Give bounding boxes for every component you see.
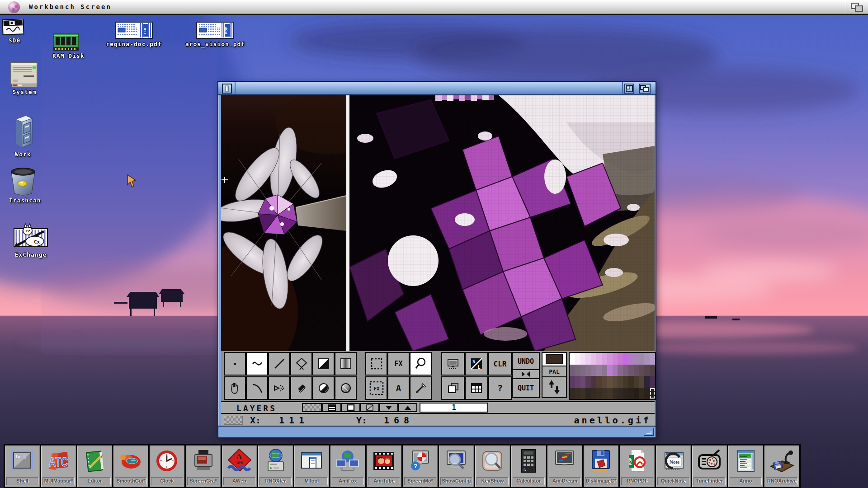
layer-down-button[interactable] <box>379 403 398 412</box>
arc-tool-button[interactable] <box>246 376 268 400</box>
gradient-fill-button[interactable] <box>335 352 357 375</box>
desktop-icon-trashcan[interactable]: Trashcan <box>9 167 37 204</box>
palette-swatch[interactable] <box>618 353 623 365</box>
palette-swatch[interactable] <box>639 376 645 388</box>
palette-swatch[interactable] <box>623 365 628 376</box>
canvas-magnified-view[interactable] <box>349 95 655 351</box>
layer-number-field[interactable]: 1 <box>420 403 488 413</box>
palette-swatch[interactable] <box>580 365 586 376</box>
layer-list-button[interactable] <box>322 403 341 412</box>
dock-item-shell[interactable]: 1>Shell <box>5 446 40 487</box>
palette-swatch[interactable] <box>634 365 639 376</box>
dock-item-rnoarchive[interactable]: RNOArchive <box>764 446 799 487</box>
window-close-gadget[interactable] <box>222 84 232 94</box>
palette-swatch[interactable] <box>628 376 634 388</box>
palette-swatch[interactable] <box>607 388 613 399</box>
layer-up-button[interactable] <box>398 403 417 412</box>
palette-swatch[interactable] <box>650 376 655 388</box>
magnify-tool-button[interactable] <box>410 352 432 375</box>
screen-format-button[interactable] <box>441 352 465 375</box>
fx-button[interactable]: FX <box>387 352 410 375</box>
palette-swatch[interactable] <box>591 376 596 388</box>
palette-swatch[interactable] <box>607 376 613 388</box>
desktop-icon-regina-doc-pdf[interactable]: PDF regina-doc.pdf <box>96 21 172 47</box>
palette-swatch[interactable] <box>628 388 634 399</box>
window-depth-gadget[interactable] <box>639 84 651 94</box>
palette-swatch[interactable] <box>613 376 618 388</box>
palette-swatch[interactable] <box>580 388 586 399</box>
dock-item-keyshow[interactable]: KeyShow <box>475 446 510 487</box>
copy-page-button[interactable] <box>441 376 465 400</box>
palette-swatch[interactable] <box>628 353 634 365</box>
palette-swatch[interactable] <box>591 365 596 376</box>
palette-swatch[interactable] <box>580 353 586 365</box>
palette-swatch[interactable] <box>644 376 650 388</box>
screen-depth-gadget[interactable] <box>850 2 864 14</box>
dock-item-screengrab[interactable]: ScreenGra* <box>186 446 221 487</box>
palette-swatch[interactable] <box>613 353 618 365</box>
color-picker-button[interactable] <box>410 376 432 400</box>
dock-item-diskimagegui[interactable]: DiskImageG* <box>584 446 618 487</box>
desktop-icon-exchange[interactable]: zz Cx ExChange <box>10 221 52 258</box>
dock-item-tunefinder[interactable]: TuneFinder <box>692 446 727 487</box>
palette-swatch[interactable] <box>602 365 607 376</box>
line-tool-button[interactable] <box>268 352 290 375</box>
palette-swatch[interactable] <box>644 353 650 365</box>
window-resize-gadget[interactable] <box>643 427 655 436</box>
pan-tool-button[interactable] <box>224 376 246 400</box>
desktop-icon-system[interactable]: System <box>7 61 42 95</box>
layer-delete-button[interactable] <box>360 403 379 412</box>
palette-swatch[interactable] <box>580 376 586 388</box>
freehand-tool-button[interactable] <box>246 352 268 375</box>
palette-swatch[interactable] <box>639 353 645 365</box>
dock-item-editor[interactable]: Editor <box>77 446 112 487</box>
dock-item-quicknote[interactable]: NoteQuickNote <box>656 446 691 487</box>
paint-canvas[interactable] <box>221 95 655 351</box>
palette-swatch[interactable] <box>585 353 591 365</box>
undo-button[interactable]: UNDO <box>512 352 540 371</box>
palette-swatch[interactable] <box>585 388 591 399</box>
dock-item-clock[interactable]: Clock <box>150 446 184 487</box>
palette-swatch[interactable] <box>607 365 613 376</box>
palette-swatch[interactable] <box>634 388 639 399</box>
palette-swatch[interactable] <box>650 388 655 399</box>
dock-item-muimapparium[interactable]: ATCMUIMappar* <box>41 446 76 487</box>
palette-swatch[interactable] <box>644 365 650 376</box>
palette-swatch[interactable] <box>623 353 628 365</box>
dock-item-anno[interactable]: Anno <box>728 446 763 487</box>
dock-item-calculator[interactable]: Calculator <box>511 446 546 487</box>
window-titlebar[interactable] <box>218 82 656 95</box>
palette-swatch[interactable] <box>591 388 596 399</box>
desktop-icon-work[interactable]: Work <box>10 114 36 158</box>
canvas-split-divider[interactable] <box>346 95 349 351</box>
palette-swatch[interactable] <box>628 365 634 376</box>
grid-settings-button[interactable] <box>465 376 488 400</box>
swap-button[interactable] <box>512 369 540 379</box>
palette-swatch[interactable] <box>613 365 618 376</box>
palette-swatch[interactable] <box>650 353 655 365</box>
palette-swatch[interactable] <box>618 388 623 399</box>
palette-scroll-button[interactable] <box>542 376 567 398</box>
save-load-button[interactable]: S L <box>465 352 488 375</box>
palette-swatch[interactable] <box>618 365 623 376</box>
palette-swatch[interactable] <box>570 353 575 365</box>
dock-item-showconfig[interactable]: ShowConfig <box>439 446 474 487</box>
desktop-icon-aros-vision-pdf[interactable]: PDF aros_vision.pdf <box>177 21 253 47</box>
clr-button[interactable]: CLR <box>488 352 512 375</box>
palette-swatch[interactable] <box>575 388 580 399</box>
window-zoom-gadget[interactable] <box>624 84 634 94</box>
palette-swatch[interactable] <box>602 376 607 388</box>
dock-item-mtool[interactable]: MTool <box>294 446 329 487</box>
desktop-icon-ram-disk[interactable]: RAM Disk <box>52 33 82 59</box>
palette-swatch[interactable] <box>596 365 602 376</box>
palette-swatch[interactable] <box>634 353 639 365</box>
desktop-icon-sd0[interactable]: SD0 <box>2 19 27 44</box>
palette-swatch[interactable] <box>585 365 591 376</box>
palette-swatch[interactable] <box>570 388 575 399</box>
palette-swatch[interactable] <box>575 365 580 376</box>
palette-swatch[interactable] <box>623 388 628 399</box>
palette-swatch[interactable] <box>639 365 645 376</box>
quit-button[interactable]: QUIT <box>512 378 540 398</box>
canvas-normal-view[interactable] <box>221 95 346 351</box>
palette-swatch[interactable] <box>596 353 602 365</box>
